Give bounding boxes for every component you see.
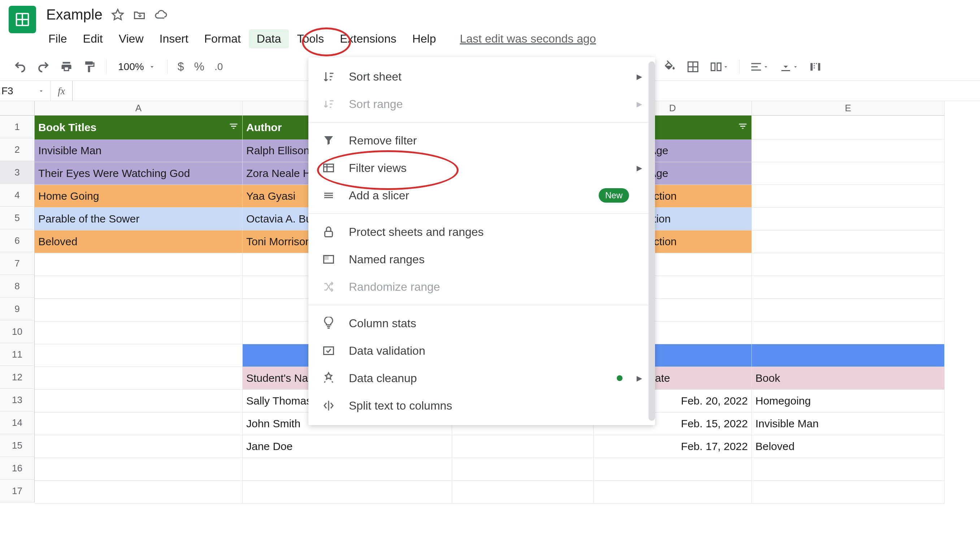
cell[interactable] — [752, 162, 945, 185]
cell[interactable]: Book — [752, 367, 945, 390]
filter-icon[interactable] — [738, 121, 748, 134]
cell[interactable] — [35, 321, 243, 344]
row-header[interactable]: 10 — [0, 320, 35, 343]
dropdown-scrollbar[interactable] — [649, 61, 655, 421]
percent-icon[interactable]: % — [191, 58, 207, 75]
cell[interactable] — [752, 253, 945, 276]
cell[interactable] — [243, 481, 452, 503]
row-header[interactable]: 1 — [0, 116, 35, 138]
cell[interactable] — [752, 139, 945, 162]
cell[interactable]: Homegoing — [752, 390, 945, 412]
document-title[interactable]: Example — [46, 6, 103, 23]
menu-column-stats[interactable]: Column stats — [309, 310, 655, 337]
cell[interactable] — [35, 412, 243, 435]
row-header[interactable]: 8 — [0, 275, 35, 298]
menu-help[interactable]: Help — [404, 29, 444, 48]
zoom-dropdown[interactable]: 100% — [114, 61, 160, 73]
cell[interactable] — [452, 435, 593, 458]
menu-view[interactable]: View — [111, 29, 152, 48]
menu-insert[interactable]: Insert — [151, 29, 196, 48]
row-header[interactable]: 16 — [0, 457, 35, 480]
cell[interactable] — [35, 276, 243, 299]
menu-data-validation[interactable]: Data validation — [309, 337, 655, 364]
menu-filter-views[interactable]: Filter views ▶ — [309, 154, 655, 182]
cell[interactable] — [752, 208, 945, 231]
cell[interactable] — [752, 458, 945, 481]
vertical-align-icon[interactable] — [776, 58, 802, 75]
cell[interactable] — [35, 299, 243, 321]
sheets-logo-icon[interactable] — [9, 6, 36, 33]
horizontal-align-icon[interactable] — [747, 58, 772, 75]
paint-format-icon[interactable] — [80, 58, 99, 75]
cell[interactable] — [593, 458, 752, 481]
text-wrap-icon[interactable] — [806, 58, 825, 75]
undo-icon[interactable] — [11, 58, 30, 75]
row-header[interactable]: 15 — [0, 434, 35, 457]
cell[interactable] — [452, 458, 593, 481]
cell[interactable] — [752, 231, 945, 253]
row-header[interactable]: 4 — [0, 184, 35, 207]
select-all-corner[interactable] — [0, 101, 35, 116]
filter-icon[interactable] — [229, 121, 239, 134]
row-header[interactable]: 11 — [0, 343, 35, 366]
cell[interactable] — [35, 253, 243, 276]
menu-format[interactable]: Format — [196, 29, 249, 48]
merge-cells-icon[interactable] — [706, 58, 732, 75]
menu-protect-sheets[interactable]: Protect sheets and ranges — [309, 218, 655, 246]
menu-named-ranges[interactable]: Named ranges — [309, 246, 655, 273]
cell[interactable] — [752, 481, 945, 503]
redo-icon[interactable] — [34, 58, 53, 75]
decrease-decimal-icon[interactable]: .0 — [212, 59, 226, 75]
row-header[interactable]: 5 — [0, 207, 35, 229]
cell-reference-box[interactable]: F3 — [0, 81, 51, 101]
cell[interactable] — [752, 344, 945, 367]
menu-data-cleanup[interactable]: Data cleanup ▶ — [309, 364, 655, 392]
cell[interactable] — [243, 458, 452, 481]
cell[interactable]: Invisible Man — [35, 139, 243, 162]
menu-sort-sheet[interactable]: Sort sheet ▶ — [309, 63, 655, 90]
row-header[interactable]: 7 — [0, 252, 35, 275]
row-header[interactable]: 9 — [0, 298, 35, 320]
row-header[interactable]: 13 — [0, 388, 35, 411]
menu-extensions[interactable]: Extensions — [332, 29, 404, 48]
menu-edit[interactable]: Edit — [75, 29, 111, 48]
cell[interactable] — [752, 299, 945, 321]
cell[interactable] — [35, 344, 243, 367]
menu-remove-filter[interactable]: Remove filter — [309, 127, 655, 154]
row-header[interactable]: 17 — [0, 480, 35, 503]
row-header[interactable]: 2 — [0, 138, 35, 161]
cell[interactable]: Beloved — [35, 231, 243, 253]
menu-tools[interactable]: Tools — [289, 29, 332, 48]
column-header[interactable]: E — [752, 101, 945, 116]
cell[interactable]: Parable of the Sower — [35, 208, 243, 231]
cell[interactable] — [752, 185, 945, 208]
cell[interactable]: Home Going — [35, 185, 243, 208]
cell[interactable] — [752, 116, 945, 139]
row-header[interactable]: 6 — [0, 229, 35, 252]
cell[interactable] — [35, 435, 243, 458]
cell[interactable] — [752, 276, 945, 299]
cell[interactable]: Feb. 17, 2022 — [593, 435, 752, 458]
cell[interactable] — [593, 481, 752, 503]
cell[interactable]: Jane Doe — [243, 435, 452, 458]
cell[interactable] — [35, 390, 243, 412]
column-header[interactable]: A — [35, 101, 243, 116]
cell[interactable]: Book Titles — [35, 116, 243, 139]
star-icon[interactable] — [111, 8, 124, 21]
row-header[interactable]: 3 — [0, 161, 35, 184]
cell[interactable] — [752, 321, 945, 344]
cell[interactable]: Invisible Man — [752, 412, 945, 435]
menu-data[interactable]: Data — [249, 29, 289, 48]
last-edit-link[interactable]: Last edit was seconds ago — [460, 32, 596, 46]
row-header[interactable]: 12 — [0, 366, 35, 388]
cell[interactable]: Beloved — [752, 435, 945, 458]
cell[interactable]: Their Eyes Were Watching God — [35, 162, 243, 185]
cloud-status-icon[interactable] — [154, 8, 167, 21]
currency-icon[interactable]: $ — [175, 58, 187, 75]
cell[interactable] — [35, 481, 243, 503]
menu-add-slicer[interactable]: Add a slicer New — [309, 182, 655, 209]
borders-icon[interactable] — [684, 58, 702, 75]
cell[interactable] — [452, 481, 593, 503]
move-to-folder-icon[interactable] — [133, 8, 146, 21]
menu-split-text[interactable]: Split text to columns — [309, 392, 655, 419]
